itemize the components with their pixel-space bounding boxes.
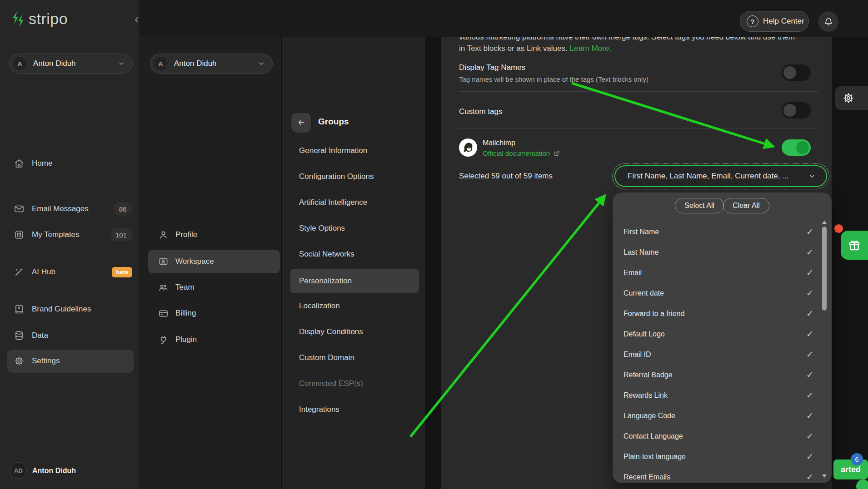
stripo-logo[interactable]: stripo: [12, 10, 68, 28]
groups-item-style-options[interactable]: Style Options: [299, 222, 345, 235]
groups-nav: [282, 37, 425, 489]
gear-icon: [14, 356, 25, 366]
sidebar-item-label: Settings: [32, 356, 60, 366]
official-documentation-link[interactable]: Official documentation: [483, 149, 560, 157]
dropdown-option[interactable]: Forward to a friend✓: [613, 303, 832, 324]
sidebar-item-label: My Templates: [32, 230, 80, 239]
dropdown-option[interactable]: Language Code✓: [613, 405, 832, 426]
groups-item-connected-esp[interactable]: Connected ESP(s): [299, 377, 363, 390]
groups-item-display-conditions[interactable]: Display Conditions: [299, 325, 363, 339]
sidebar-item-my-templates[interactable]: My Templates 101: [0, 227, 140, 242]
chevron-down-icon: [808, 172, 816, 180]
check-icon: ✓: [806, 288, 813, 298]
sidebar-collapse-icon[interactable]: ‹: [135, 12, 139, 26]
scroll-down-arrow[interactable]: [822, 474, 827, 478]
dropdown-option[interactable]: Default Logo✓: [613, 324, 832, 344]
learn-more-link[interactable]: Learn More.: [569, 44, 611, 53]
rewards-gift-button[interactable]: [841, 231, 868, 260]
clear-all-button[interactable]: Clear All: [723, 198, 769, 213]
dropdown-option[interactable]: Referral Badge✓: [613, 365, 832, 385]
dropdown-option[interactable]: Recent Emails✓: [613, 467, 832, 483]
tags-select-field[interactable]: First Name, Last Name, Email, Current da…: [614, 165, 827, 187]
gift-notification-dot: [834, 224, 843, 233]
intro-line-2: in Text blocks or as Link values. Learn …: [459, 44, 818, 53]
dropdown-option[interactable]: Contact Language✓: [613, 426, 832, 446]
gear-icon: [843, 92, 854, 104]
dropdown-option[interactable]: Rewards Link✓: [613, 385, 832, 405]
groups-item-custom-domain[interactable]: Custom Domain: [299, 351, 354, 365]
settings-nav-item-workspace[interactable]: Workspace: [145, 254, 282, 269]
quick-settings-tab[interactable]: [835, 86, 868, 110]
check-icon: ✓: [806, 370, 813, 380]
custom-tags-toggle[interactable]: [782, 102, 811, 119]
scrollbar-thumb[interactable]: [822, 227, 827, 311]
dropdown-option[interactable]: Email ID✓: [613, 344, 832, 365]
groups-item-personalization[interactable]: Personalization: [299, 274, 352, 288]
footer-user-name: Anton Diduh: [32, 467, 76, 475]
display-tag-names-toggle[interactable]: [782, 64, 811, 81]
groups-item-integrations[interactable]: Integrations: [299, 403, 339, 416]
sidebar-item-settings[interactable]: Settings: [0, 353, 140, 369]
database-icon: [14, 330, 25, 341]
tags-dropdown-list: First Name✓ Last Name✓ Email✓ Current da…: [613, 222, 832, 483]
dropdown-scrollbar[interactable]: [822, 221, 827, 478]
sidebar-item-home[interactable]: Home: [0, 156, 140, 171]
sidebar-item-label: AI Hub: [32, 267, 55, 277]
sidebar-footer-user[interactable]: AD Anton Diduh: [10, 462, 76, 479]
dropdown-option[interactable]: Plain-text language✓: [613, 446, 832, 467]
mailchimp-tags-toggle[interactable]: [782, 139, 811, 156]
sidebar-item-brand-guidelines[interactable]: Brand Guidelines: [0, 301, 140, 317]
check-icon: ✓: [806, 329, 813, 339]
groups-back-button[interactable]: [291, 112, 312, 133]
settings-nav-label: Plugin: [175, 335, 197, 344]
workspace-icon: [158, 257, 169, 267]
envelope-icon: [14, 203, 25, 214]
groups-item-artificial-intelligence[interactable]: Artificial Intelligence: [299, 196, 367, 209]
toggle-knob: [796, 141, 809, 154]
sidebar-item-ai-hub[interactable]: AI Hub beta: [0, 264, 140, 280]
settings-nav-item-plugin[interactable]: Plugin: [145, 332, 282, 347]
settings-user-select[interactable]: A Anton Diduh: [150, 54, 273, 74]
ai-hub-beta-badge: beta: [112, 267, 132, 277]
check-icon: ✓: [806, 410, 813, 421]
sidebar-item-email-messages[interactable]: Email Messages 86: [0, 201, 140, 217]
settings-nav-label: Profile: [175, 230, 197, 239]
chevron-down-icon: [258, 60, 265, 67]
settings-nav-item-team[interactable]: Team: [145, 280, 282, 295]
main-sidebar: stripo A Anton Diduh Home Em: [0, 0, 140, 489]
groups-title: Groups: [318, 117, 349, 127]
sidebar-item-label: Email Messages: [32, 204, 89, 213]
corner-fab[interactable]: [856, 479, 868, 489]
help-center-button[interactable]: ? Help Center: [740, 11, 809, 32]
groups-item-localization[interactable]: Localization: [299, 299, 340, 313]
sidebar-item-label: Data: [32, 331, 48, 340]
dropdown-option[interactable]: Last Name✓: [613, 242, 832, 262]
groups-item-general-information[interactable]: General Information: [299, 144, 367, 158]
sidebar-user-select[interactable]: A Anton Diduh: [9, 54, 133, 74]
toggle-knob: [783, 66, 796, 79]
credit-card-icon: [158, 308, 169, 319]
dropdown-option[interactable]: Email✓: [613, 262, 832, 283]
check-icon: ✓: [806, 308, 813, 319]
dropdown-option[interactable]: First Name✓: [613, 222, 832, 242]
stripo-logo-text: stripo: [29, 10, 68, 28]
sidebar-item-label: Brand Guidelines: [32, 305, 91, 314]
dropdown-option[interactable]: Current date✓: [613, 283, 832, 303]
provider-name: Mailchimp: [483, 139, 515, 147]
get-started-button[interactable]: arted: [833, 459, 868, 479]
chevron-down-icon: [118, 60, 125, 67]
settings-nav-item-profile[interactable]: Profile: [145, 227, 282, 242]
groups-item-configuration-options[interactable]: Configuration Options: [299, 170, 374, 183]
groups-item-social-networks[interactable]: Social Networks: [299, 247, 354, 261]
section-divider: [459, 128, 818, 129]
stripo-logo-icon: [12, 11, 25, 27]
scroll-up-arrow[interactable]: [822, 221, 827, 224]
merge-tags-intro: various marketing platforms have their o…: [459, 37, 818, 59]
settings-nav-item-billing[interactable]: Billing: [145, 306, 282, 321]
section-divider: [459, 91, 818, 92]
check-icon: ✓: [806, 472, 813, 482]
select-all-button[interactable]: Select All: [675, 198, 724, 213]
notifications-button[interactable]: [818, 11, 838, 32]
sidebar-item-data[interactable]: Data: [0, 328, 140, 343]
check-icon: ✓: [806, 451, 813, 462]
